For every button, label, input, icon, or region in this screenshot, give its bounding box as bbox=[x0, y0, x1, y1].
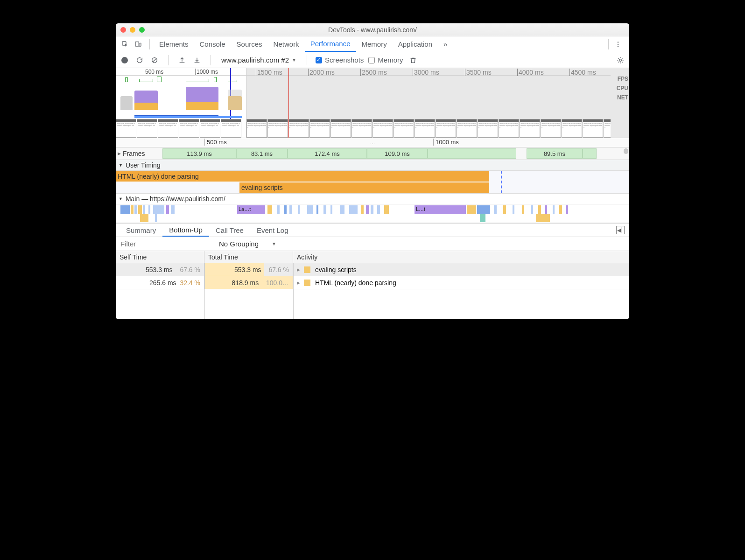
scroll-thumb[interactable] bbox=[624, 148, 628, 154]
window-minimize-button[interactable] bbox=[130, 27, 135, 33]
flame-block[interactable] bbox=[494, 205, 497, 214]
flame-block[interactable] bbox=[566, 205, 568, 214]
device-toolbar-icon[interactable] bbox=[133, 39, 144, 50]
screenshot-thumbnail[interactable]: lorem ipsum dolor sit amet consectetur a… bbox=[478, 119, 498, 138]
flame-block[interactable] bbox=[148, 205, 150, 214]
screenshot-thumbnail[interactable]: lorem ipsum dolor sit amet consectetur a… bbox=[351, 119, 372, 138]
frame-block[interactable]: 109.0 ms bbox=[367, 148, 428, 159]
flame-block[interactable] bbox=[545, 205, 547, 214]
record-button[interactable] bbox=[119, 55, 130, 65]
flame-block[interactable]: L…t bbox=[415, 205, 466, 214]
screenshot-thumbnail[interactable]: lorem ipsum dolor sit amet consectetur a… bbox=[520, 119, 540, 138]
frame-block[interactable]: 172.4 ms bbox=[288, 148, 367, 159]
settings-gear-icon[interactable] bbox=[615, 55, 626, 65]
flame-block[interactable] bbox=[289, 205, 292, 214]
flame-block[interactable] bbox=[467, 205, 476, 214]
screenshot-thumbnail[interactable]: lorem ipsum dolor sit amet consectetur a… bbox=[562, 119, 582, 138]
reload-record-button[interactable] bbox=[134, 55, 145, 65]
screenshot-thumbnail[interactable]: lorem ipsum dolor sit amet consectetur a… bbox=[394, 119, 414, 138]
flame-block[interactable] bbox=[503, 205, 506, 214]
overview-selected-range[interactable]: 500 ms 1000 ms bbox=[116, 68, 246, 138]
screenshot-thumbnail[interactable]: lorem ipsum dolor sit amet consectetur a… bbox=[221, 119, 241, 138]
flame-block[interactable] bbox=[284, 205, 287, 214]
screenshot-thumbnail[interactable]: lorem ipsum dolor sit amet consectetur a… bbox=[604, 119, 611, 138]
flame-block[interactable] bbox=[377, 205, 380, 214]
time-ruler[interactable]: 500 ms … 1000 ms bbox=[116, 138, 629, 147]
memory-checkbox[interactable]: Memory bbox=[368, 56, 403, 64]
inspect-element-icon[interactable] bbox=[119, 39, 131, 50]
flame-block[interactable] bbox=[536, 214, 550, 222]
screenshot-thumbnail[interactable]: lorem ipsum dolor sit amet consectetur a… bbox=[457, 119, 477, 138]
table-row[interactable]: 553.3 ms 67.6 %553.3 ms 67.6 %▶evaling s… bbox=[116, 263, 629, 276]
flame-block[interactable] bbox=[522, 205, 524, 214]
user-timing-header[interactable]: ▼ User Timing bbox=[116, 160, 629, 171]
flame-block[interactable] bbox=[477, 205, 490, 214]
flame-block[interactable] bbox=[138, 205, 142, 214]
overview-panel[interactable]: 500 ms 1000 ms bbox=[116, 68, 629, 138]
garbage-collect-icon[interactable] bbox=[408, 55, 418, 65]
recording-select[interactable]: www.paulirish.com #2 ▼ bbox=[219, 56, 298, 64]
tab-console[interactable]: Console bbox=[194, 36, 231, 52]
col-activity[interactable]: Activity bbox=[293, 251, 629, 263]
filter-input[interactable] bbox=[116, 237, 214, 251]
screenshot-thumbnail[interactable]: lorem ipsum dolor sit amet consectetur a… bbox=[200, 119, 220, 138]
screenshot-thumbnail[interactable]: lorem ipsum dolor sit amet consectetur a… bbox=[415, 119, 435, 138]
screenshot-thumbnail[interactable]: lorem ipsum dolor sit amet consectetur a… bbox=[583, 119, 603, 138]
flame-block[interactable] bbox=[371, 205, 373, 214]
tab-elements[interactable]: Elements bbox=[154, 36, 194, 52]
flame-block[interactable] bbox=[559, 205, 562, 214]
tab-sources[interactable]: Sources bbox=[231, 36, 268, 52]
tab-application[interactable]: Application bbox=[393, 36, 438, 52]
table-row[interactable]: 265.6 ms 32.4 %818.9 ms 100.0…▶HTML (nea… bbox=[116, 276, 629, 289]
screenshot-thumbnail[interactable]: lorem ipsum dolor sit amet consectetur a… bbox=[541, 119, 561, 138]
window-zoom-button[interactable] bbox=[139, 27, 145, 33]
clear-button[interactable] bbox=[149, 55, 160, 65]
frame-block[interactable] bbox=[428, 148, 516, 159]
screenshot-thumbnail[interactable]: lorem ipsum dolor sit amet consectetur a… bbox=[158, 119, 178, 138]
user-timing-area[interactable]: HTML (nearly) done parsingevaling script… bbox=[116, 171, 629, 193]
flame-block[interactable] bbox=[131, 205, 134, 214]
grouping-select[interactable]: No Grouping ▼ bbox=[214, 240, 281, 248]
window-close-button[interactable] bbox=[120, 27, 126, 33]
more-menu-icon[interactable] bbox=[612, 39, 624, 50]
flame-block[interactable] bbox=[134, 205, 137, 214]
screenshot-thumbnail[interactable]: lorem ipsum dolor sit amet consectetur a… bbox=[288, 119, 309, 138]
frames-track[interactable]: ▶ Frames 113.9 ms83.1 ms172.4 ms109.0 ms… bbox=[116, 147, 629, 160]
tabs-overflow-button[interactable]: » bbox=[438, 36, 453, 52]
flame-block[interactable] bbox=[298, 205, 300, 214]
detail-tab-event-log[interactable]: Event Log bbox=[250, 224, 295, 237]
timing-bar[interactable]: evaling scripts bbox=[239, 182, 489, 193]
screenshots-checkbox[interactable]: Screenshots bbox=[316, 56, 364, 64]
flame-block[interactable] bbox=[349, 205, 358, 214]
screenshot-thumbnail[interactable]: lorem ipsum dolor sit amet consectetur a… bbox=[116, 119, 136, 138]
tab-performance[interactable]: Performance bbox=[305, 36, 356, 52]
save-profile-icon[interactable] bbox=[192, 55, 202, 65]
screenshot-thumbnail[interactable]: lorem ipsum dolor sit amet consectetur a… bbox=[246, 119, 267, 138]
detail-tab-summary[interactable]: Summary bbox=[119, 224, 162, 237]
main-track-header[interactable]: ▼ Main — https://www.paulirish.com/ bbox=[116, 193, 629, 204]
frame-block[interactable]: 89.5 ms bbox=[527, 148, 583, 159]
collapse-panel-icon[interactable]: ◀│ bbox=[616, 226, 625, 234]
flame-block[interactable]: La…t bbox=[237, 205, 265, 214]
flame-block[interactable] bbox=[553, 205, 555, 214]
screenshot-thumbnail[interactable]: lorem ipsum dolor sit amet consectetur a… bbox=[330, 119, 351, 138]
detail-tab-bottom-up[interactable]: Bottom-Up bbox=[162, 224, 209, 237]
frame-block[interactable]: 113.9 ms bbox=[162, 148, 236, 159]
flame-block[interactable] bbox=[361, 205, 364, 214]
flame-block[interactable] bbox=[531, 205, 533, 214]
flame-block[interactable] bbox=[277, 205, 280, 214]
tab-memory[interactable]: Memory bbox=[356, 36, 393, 52]
screenshot-thumbnail[interactable]: lorem ipsum dolor sit amet consectetur a… bbox=[137, 119, 157, 138]
collapse-icon[interactable]: ▼ bbox=[119, 196, 123, 201]
flame-block[interactable] bbox=[323, 205, 326, 214]
load-profile-icon[interactable] bbox=[177, 55, 187, 65]
flame-block[interactable] bbox=[330, 205, 332, 214]
flame-block[interactable] bbox=[366, 205, 369, 214]
flame-block[interactable] bbox=[538, 205, 541, 214]
screenshot-thumbnail[interactable]: lorem ipsum dolor sit amet consectetur a… bbox=[436, 119, 456, 138]
flame-block[interactable] bbox=[480, 214, 485, 222]
flame-block[interactable] bbox=[316, 205, 318, 214]
flame-block[interactable] bbox=[143, 205, 145, 214]
flame-block[interactable] bbox=[171, 205, 175, 214]
tab-network[interactable]: Network bbox=[268, 36, 305, 52]
